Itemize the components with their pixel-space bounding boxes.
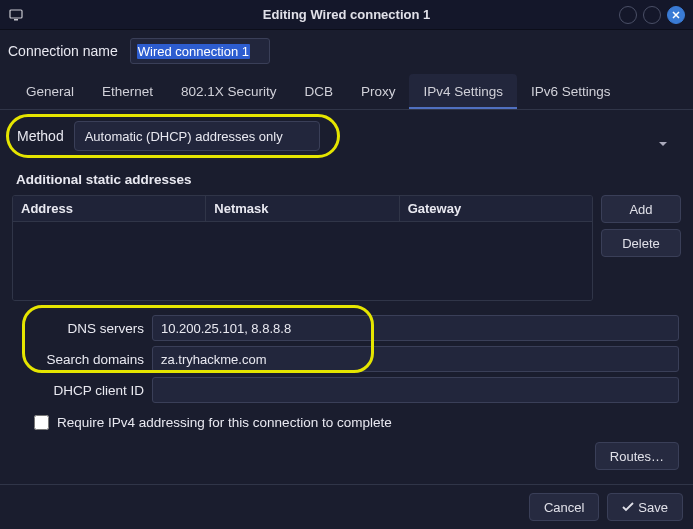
routes-button[interactable]: Routes… (595, 442, 679, 470)
method-highlight: Method Automatic (DHCP) addresses only (6, 114, 340, 158)
method-row: Method Automatic (DHCP) addresses only (15, 119, 331, 153)
dns-row: DNS servers (14, 315, 679, 341)
tab-ethernet[interactable]: Ethernet (88, 74, 167, 109)
cancel-button[interactable]: Cancel (529, 493, 599, 521)
close-button[interactable] (667, 6, 685, 24)
minimize-button[interactable] (619, 6, 637, 24)
tab-security[interactable]: 802.1X Security (167, 74, 290, 109)
require-ipv4-row: Require IPv4 addressing for this connect… (12, 411, 681, 432)
svg-rect-1 (14, 19, 18, 21)
search-row: Search domains (14, 346, 679, 372)
titlebar: Editing Wired connection 1 (0, 0, 693, 30)
dns-input[interactable] (152, 315, 679, 341)
connection-name-row: Connection name Wired connection 1 (0, 30, 693, 74)
method-select[interactable]: Automatic (DHCP) addresses only (74, 121, 320, 151)
connection-name-value: Wired connection 1 (137, 44, 250, 59)
connection-name-label: Connection name (8, 43, 118, 59)
dns-label: DNS servers (14, 321, 144, 336)
app-icon (8, 7, 24, 23)
header-gateway[interactable]: Gateway (400, 196, 592, 221)
maximize-button[interactable] (643, 6, 661, 24)
chevron-down-icon (657, 136, 669, 151)
delete-button[interactable]: Delete (601, 229, 681, 257)
tab-dcb[interactable]: DCB (290, 74, 347, 109)
add-button[interactable]: Add (601, 195, 681, 223)
svg-rect-0 (10, 10, 22, 18)
window-title: Editing Wired connection 1 (0, 7, 693, 22)
connection-name-input[interactable]: Wired connection 1 (130, 38, 270, 64)
addresses-body[interactable] (13, 222, 592, 300)
addresses-table[interactable]: Address Netmask Gateway (12, 195, 593, 301)
addresses-header: Address Netmask Gateway (13, 196, 592, 222)
method-label: Method (17, 128, 64, 144)
require-ipv4-label: Require IPv4 addressing for this connect… (57, 415, 392, 430)
header-netmask[interactable]: Netmask (206, 196, 399, 221)
dhcp-id-row: DHCP client ID (14, 377, 679, 403)
method-value: Automatic (DHCP) addresses only (85, 129, 283, 144)
dhcp-id-label: DHCP client ID (14, 383, 144, 398)
check-icon (622, 500, 634, 515)
addresses-block: Address Netmask Gateway Add Delete (12, 195, 681, 301)
ipv4-pane: Method Automatic (DHCP) addresses only A… (0, 110, 693, 484)
require-ipv4-checkbox[interactable] (34, 415, 49, 430)
search-input[interactable] (152, 346, 679, 372)
tab-ipv4[interactable]: IPv4 Settings (409, 74, 517, 109)
search-label: Search domains (14, 352, 144, 367)
dhcp-id-input[interactable] (152, 377, 679, 403)
save-label: Save (638, 500, 668, 515)
tab-proxy[interactable]: Proxy (347, 74, 410, 109)
save-button[interactable]: Save (607, 493, 683, 521)
addresses-label: Additional static addresses (12, 172, 681, 187)
dialog-footer: Cancel Save (0, 484, 693, 529)
tab-general[interactable]: General (12, 74, 88, 109)
header-address[interactable]: Address (13, 196, 206, 221)
tabbar: General Ethernet 802.1X Security DCB Pro… (0, 74, 693, 110)
tab-ipv6[interactable]: IPv6 Settings (517, 74, 625, 109)
